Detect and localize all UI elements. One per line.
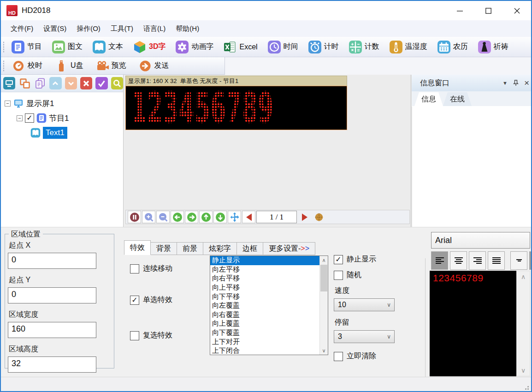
menu-settings[interactable]: 设置(S) [38,22,71,36]
menu-operate[interactable]: 操作(O) [71,22,106,36]
toolbar-3d-button[interactable]: 3D字 [129,37,171,57]
valign-top-button[interactable] [510,251,527,270]
dropdown-icon[interactable]: ▼ [502,80,508,86]
valign-middle-button[interactable] [529,251,532,270]
toolbar-countdown-button[interactable]: 计时 [304,37,344,57]
area-width-input[interactable]: 160 [8,322,96,338]
speed-select[interactable]: 10 ∨ [334,298,395,311]
move-free-button[interactable] [228,211,241,223]
static-display-option[interactable]: ✓ 静止显示 [334,255,419,264]
effect-item[interactable]: 向上覆盖 [210,319,319,328]
toolbar-prayer-button[interactable]: 祈祷 [473,37,514,57]
scroll-thumb[interactable] [320,265,327,291]
effect-item[interactable]: 向右覆盖 [210,310,319,320]
tree-node-text[interactable]: Text1 [5,125,123,140]
tab-foreground[interactable]: 前景 [177,242,203,255]
toolbar-send-button[interactable]: 发送 [134,57,177,74]
editor-scrollbar[interactable]: ∧ ∨ [516,271,530,376]
single-effect-option[interactable]: ✓ 单选特效 [130,295,172,305]
maximize-button[interactable] [474,1,502,20]
close-button[interactable] [502,1,531,20]
pause-button[interactable] [128,211,141,223]
effect-item[interactable]: 向下覆盖 [210,328,319,338]
resize-grip[interactable] [524,385,529,390]
toolbar-program-button[interactable]: 节目 [7,37,47,57]
find-button[interactable] [111,77,123,89]
text-content-editor[interactable]: 123456789 [430,271,516,376]
expander-icon[interactable]: − [17,115,23,121]
close-icon[interactable]: × [524,80,529,86]
effect-item[interactable]: 向上平移 [210,283,319,292]
align-justify-button[interactable] [488,251,505,270]
tree-label-program[interactable]: 节目1 [49,113,69,124]
led-screen[interactable]: 123456789 [125,86,347,130]
editor-text[interactable]: 123456789 [430,271,516,284]
apply-button[interactable] [95,77,107,89]
menu-file[interactable]: 文件(F) [6,22,38,36]
toolbar-imagetext-button[interactable]: 图文 [47,37,88,57]
menu-tools[interactable]: 工具(T) [106,22,138,36]
pin-icon[interactable] [513,80,519,86]
delete-button[interactable] [80,77,92,89]
clear-checkbox[interactable] [334,352,343,361]
move-up-button[interactable] [49,77,61,89]
scroll-up-icon[interactable]: ∧ [320,256,328,264]
move-up-button[interactable] [199,211,213,223]
tab-effects[interactable]: 特效 [124,240,151,255]
effect-item[interactable]: 向下平移 [210,292,319,301]
clear-option[interactable]: 立即清除 [334,351,419,361]
scroll-down-icon[interactable]: ∨ [521,367,526,374]
display-settings-button[interactable] [3,77,15,89]
toolbar-excel-button[interactable]: Excel [219,37,263,57]
start-x-input[interactable]: 0 [8,253,96,269]
stay-select[interactable]: 3 ∨ [334,330,395,343]
effect-item[interactable]: 上下闭合 [210,346,319,355]
continuous-move-checkbox[interactable] [130,264,139,273]
zoom-in-button[interactable] [142,211,155,223]
tree-label-display[interactable]: 显示屏1 [26,98,54,109]
start-y-input[interactable]: 0 [8,287,96,303]
area-height-input[interactable]: 32 [8,356,96,373]
tab-more-settings[interactable]: 更多设置->> [263,242,315,255]
random-checkbox[interactable] [334,271,343,280]
align-right-button[interactable] [469,251,486,270]
menu-help[interactable]: 帮助(H) [171,22,204,36]
align-left-button[interactable] [431,251,448,270]
toolbar-text-button[interactable]: 文本 [88,37,129,57]
tree-label-text1[interactable]: Text1 [43,127,67,139]
expander-icon[interactable]: − [5,101,11,107]
program-checkbox[interactable]: ✓ [25,113,34,123]
move-down-button[interactable] [213,211,227,223]
effect-list-scrollbar[interactable]: ∧ ∨ [319,256,328,355]
zoom-out-button[interactable] [156,211,170,223]
effect-item[interactable]: 静止显示 [210,256,319,265]
multi-effect-option[interactable]: 复选特效 [130,331,172,340]
multi-effect-checkbox[interactable] [130,331,139,340]
tab-info[interactable]: 信息 [414,92,443,106]
toolbar-counter-button[interactable]: 计数 [344,37,385,57]
minimize-button[interactable] [445,1,474,20]
prev-page-button[interactable] [242,211,255,223]
tab-online[interactable]: 在线 [443,92,472,106]
continuous-move-option[interactable]: 连续移动 [130,264,172,273]
effect-item[interactable]: 向右平移 [210,274,319,283]
tab-colorful-text[interactable]: 炫彩字 [203,242,237,255]
toolbar-usb-button[interactable]: U盘 [50,57,91,74]
tab-background[interactable]: 背景 [151,242,177,255]
static-display-checkbox[interactable]: ✓ [334,255,343,264]
move-left-button[interactable] [171,211,184,223]
tab-border[interactable]: 边框 [237,242,263,255]
toolbar-temphumidity-button[interactable]: 温湿度 [385,37,433,57]
scroll-down-icon[interactable]: ∨ [320,346,328,355]
play-ball-button[interactable] [312,211,325,223]
toolbar-preview-button[interactable]: 预览 [91,57,134,74]
copy-area-button[interactable] [18,77,30,89]
tree-node-display[interactable]: − 显示屏1 [5,96,123,111]
toolbar-time-button[interactable]: 时间 [263,37,304,57]
paste-button[interactable] [34,77,46,89]
effect-item[interactable]: 向左覆盖 [210,301,319,310]
move-right-button[interactable] [185,211,198,223]
random-option[interactable]: 随机 [334,270,419,280]
menu-language[interactable]: 语言(L) [138,22,171,36]
effect-item[interactable]: 上下对开 [210,337,319,346]
